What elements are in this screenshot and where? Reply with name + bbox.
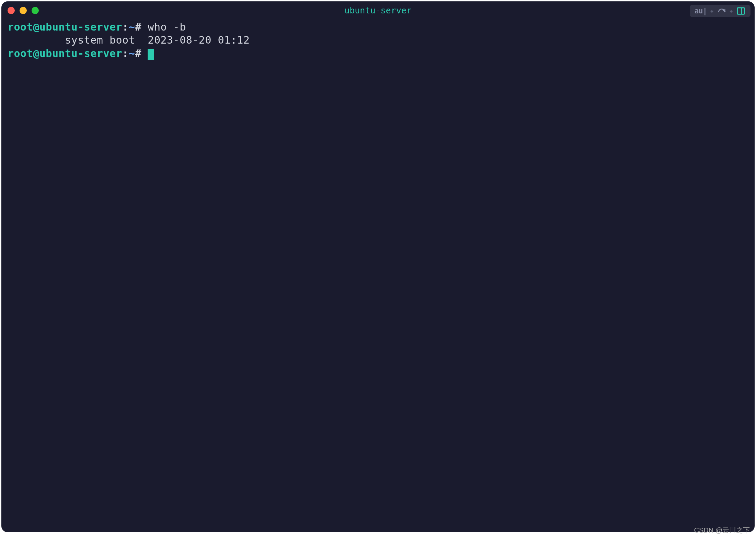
- minimize-button[interactable]: [20, 7, 27, 14]
- prompt-hash: #: [135, 47, 141, 59]
- toolbar-divider-2: ◆: [729, 8, 734, 14]
- close-button[interactable]: [8, 7, 15, 14]
- prompt-colon: :: [122, 21, 129, 33]
- toolbar-divider-1: ◆: [709, 8, 714, 14]
- prompt-user: root@ubuntu-server: [8, 21, 122, 33]
- panel-toggle-icon[interactable]: [734, 6, 748, 16]
- terminal-output-line: system boot 2023-08-20 01:12: [8, 34, 748, 47]
- watermark: CSDN @云川之下: [694, 526, 750, 535]
- terminal-window: ubuntu-server au| ◆ ◆ root@ubuntu-s: [1, 1, 755, 532]
- prompt-user: root@ubuntu-server: [8, 47, 122, 59]
- share-icon[interactable]: [715, 6, 729, 16]
- toolbar-right: au| ◆ ◆: [690, 5, 751, 17]
- cursor-icon: [148, 49, 154, 60]
- maximize-button[interactable]: [32, 7, 39, 14]
- window-title: ubuntu-server: [344, 5, 412, 15]
- prompt-hash: #: [135, 21, 141, 33]
- svg-rect-0: [737, 8, 745, 14]
- titlebar: ubuntu-server au| ◆ ◆: [1, 1, 755, 19]
- traffic-lights: [8, 7, 39, 14]
- prompt-colon: :: [122, 47, 129, 59]
- command-text: [141, 47, 148, 59]
- terminal-content[interactable]: root@ubuntu-server:~# who -b system boot…: [1, 19, 755, 61]
- prompt-path: ~: [129, 47, 135, 59]
- prompt-path: ~: [129, 21, 135, 33]
- terminal-line-1: root@ubuntu-server:~# who -b: [8, 21, 748, 34]
- mode-indicator[interactable]: au|: [692, 7, 709, 15]
- command-text: who -b: [141, 21, 186, 33]
- terminal-line-2: root@ubuntu-server:~#: [8, 47, 748, 60]
